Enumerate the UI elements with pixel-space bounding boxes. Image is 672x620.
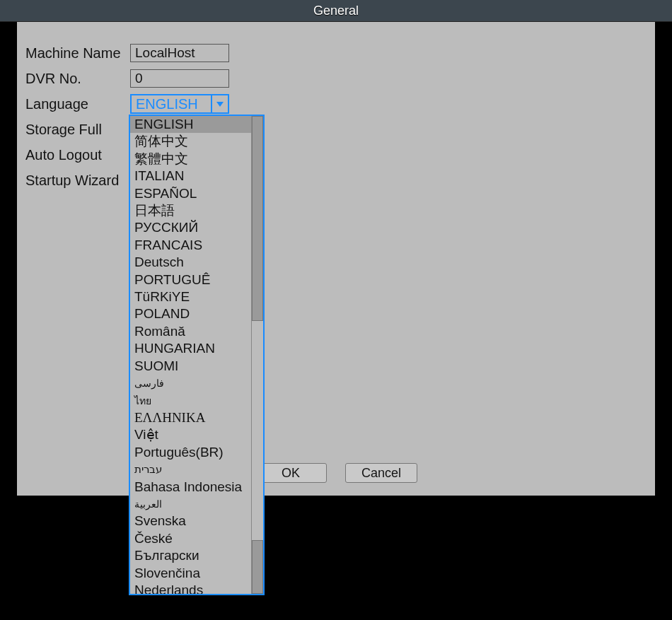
row-dvr-no: DVR No. [25,67,647,90]
row-machine-name: Machine Name [25,42,647,64]
window-title: General [0,0,672,22]
language-combobox[interactable]: ENGLISH [130,94,229,114]
language-option[interactable]: Svenska [130,513,251,530]
language-option[interactable]: Български [130,547,251,564]
language-option[interactable]: 日本語 [130,202,251,219]
language-option[interactable]: PORTUGUÊ [130,271,251,288]
label-storage-full: Storage Full [25,122,130,138]
language-option[interactable]: POLAND [130,305,251,322]
dvr-no-input[interactable] [130,69,229,88]
language-option[interactable]: Slovenčina [130,565,251,582]
language-option[interactable]: FRANCAIS [130,237,251,254]
label-startup-wizard: Startup Wizard [25,172,130,189]
footer-buttons: OK Cancel [17,463,655,483]
machine-name-input[interactable] [130,44,229,62]
language-option[interactable]: ESPAÑOL [130,185,251,202]
language-option[interactable]: Bahasa Indonesia [130,479,251,496]
scrollbar-thumb[interactable] [252,116,263,321]
language-option[interactable]: ไทย [130,392,251,409]
row-storage-full: Storage Full [25,118,647,141]
language-option[interactable]: ΕΛΛΗΝΙΚΑ [130,409,251,426]
language-option[interactable]: Deutsch [130,254,251,271]
ok-button[interactable]: OK [255,463,327,483]
language-option[interactable]: ENGLISH [130,116,251,133]
language-option[interactable]: TüRKiYE [130,288,251,305]
language-option[interactable]: فارسی [130,375,251,392]
language-option[interactable]: České [130,530,251,547]
language-dropdown[interactable]: ENGLISH简体中文繁體中文ITALIANESPAÑOL日本語РУССКИЙF… [129,115,265,595]
row-auto-logout: Auto Logout [25,144,647,166]
language-option[interactable]: HUNGARIAN [130,340,251,357]
language-option[interactable]: Português(BR) [130,444,251,461]
language-combobox-value: ENGLISH [132,95,211,112]
language-option[interactable]: РУССКИЙ [130,219,251,236]
label-machine-name: Machine Name [25,45,130,62]
chevron-down-icon [216,102,224,107]
row-language: Language ENGLISH [25,93,647,115]
language-option[interactable]: עברית [130,461,251,478]
language-option[interactable]: 简体中文 [130,133,251,150]
language-option[interactable]: Việt [130,426,251,443]
language-option[interactable]: العربية [130,496,251,513]
general-panel: Machine Name DVR No. Language ENGLISH St… [17,22,655,496]
label-auto-logout: Auto Logout [25,147,130,163]
row-startup-wizard: Startup Wizard [25,169,647,192]
dropdown-scrollbar[interactable] [251,116,263,594]
language-option[interactable]: Română [130,323,251,340]
cancel-button[interactable]: Cancel [345,463,417,483]
language-option[interactable]: Nederlands [130,582,251,594]
language-option[interactable]: SUOMI [130,358,251,375]
label-dvr-no: DVR No. [25,71,130,87]
language-option[interactable]: ITALIAN [130,168,251,185]
language-dropdown-list: ENGLISH简体中文繁體中文ITALIANESPAÑOL日本語РУССКИЙF… [130,116,251,594]
language-option[interactable]: 繁體中文 [130,151,251,168]
scrollbar-thumb[interactable] [252,540,263,594]
label-language: Language [25,96,130,112]
general-window: General Machine Name DVR No. Language EN… [0,0,672,496]
language-combobox-button[interactable] [211,95,228,112]
